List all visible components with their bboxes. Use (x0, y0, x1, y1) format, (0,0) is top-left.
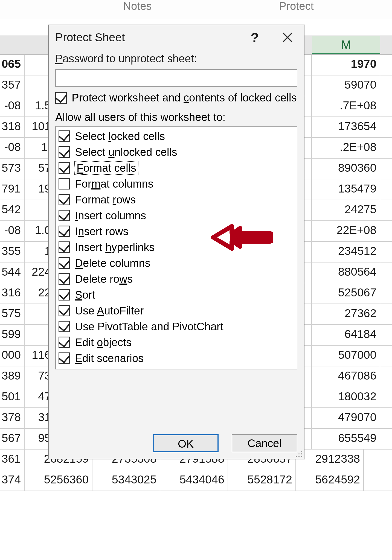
perm-checkbox-delete-rows[interactable] (59, 273, 70, 285)
cell[interactable]: 389 (0, 366, 25, 387)
perm-insert-rows[interactable]: Insert rows (59, 223, 294, 239)
cell[interactable]: 64184 (312, 325, 380, 345)
cell[interactable]: 357 (0, 75, 25, 96)
perm-format-rows[interactable]: Format rows (59, 192, 294, 208)
cell[interactable]: 501 (0, 387, 25, 407)
cell[interactable]: 24275 (312, 200, 380, 220)
cell[interactable]: 467086 (312, 366, 380, 387)
perm-checkbox-select-locked-cells[interactable] (59, 130, 70, 142)
cell[interactable]: 791 (0, 179, 25, 200)
perm-checkbox-insert-columns[interactable] (59, 210, 70, 221)
perm-use-autofilter[interactable]: Use AutoFilter (59, 303, 294, 319)
cell[interactable]: 5434046 (160, 470, 228, 491)
cell[interactable]: 880564 (312, 262, 380, 283)
cell[interactable]: -08 (0, 138, 25, 158)
perm-label: Insert columns (75, 209, 146, 222)
perm-label: Delete columns (75, 257, 150, 269)
cell[interactable]: 567 (0, 429, 25, 449)
perm-label: Insert rows (75, 225, 129, 238)
cell[interactable]: 374 (0, 470, 25, 491)
perm-sort[interactable]: Sort (59, 287, 294, 303)
cell[interactable]: 5624592 (296, 470, 364, 491)
cell[interactable]: 655549 (312, 429, 380, 449)
perm-checkbox-format-rows[interactable] (59, 194, 70, 205)
cell[interactable]: 234512 (312, 242, 380, 262)
perm-delete-rows[interactable]: Delete rows (59, 271, 294, 287)
perm-select-unlocked-cells[interactable]: Select unlocked cells (59, 144, 294, 160)
cell[interactable]: 890360 (312, 159, 380, 179)
resize-grip[interactable] (295, 450, 303, 458)
cell[interactable]: 575 (0, 304, 25, 324)
perm-checkbox-insert-hyperlinks[interactable] (59, 241, 70, 253)
perm-format-cells[interactable]: Format cells (59, 160, 294, 176)
perm-checkbox-sort[interactable] (59, 289, 70, 301)
perm-select-locked-cells[interactable]: Select locked cells (59, 128, 294, 144)
ok-button[interactable]: OK (153, 434, 219, 452)
perm-checkbox-delete-columns[interactable] (59, 257, 70, 269)
cell[interactable]: 544 (0, 262, 25, 283)
cell[interactable]: 5343025 (92, 470, 160, 491)
dialog-buttons: OK Cancel (153, 434, 297, 452)
perm-checkbox-edit-objects[interactable] (59, 337, 70, 348)
perm-checkbox-select-unlocked-cells[interactable] (59, 146, 70, 158)
cell[interactable]: 599 (0, 325, 25, 345)
cell[interactable]: 507000 (312, 346, 380, 366)
cell[interactable]: 065 (0, 55, 25, 75)
cell[interactable]: 479070 (312, 408, 380, 428)
perm-edit-objects[interactable]: Edit objects (59, 334, 294, 350)
perm-checkbox-use-autofilter[interactable] (59, 305, 70, 316)
perm-insert-columns[interactable]: Insert columns (59, 208, 294, 223)
cell[interactable]: 542 (0, 200, 25, 220)
perm-checkbox-format-columns[interactable] (59, 178, 70, 189)
protect-contents-row[interactable]: Protect worksheet and contents of locked… (55, 92, 297, 104)
perm-insert-hyperlinks[interactable]: Insert hyperlinks (59, 239, 294, 255)
help-button[interactable]: ? (241, 25, 268, 50)
cell[interactable]: 000 (0, 346, 25, 366)
cell[interactable]: 22E+08 (312, 221, 380, 241)
cell[interactable]: .7E+08 (312, 96, 380, 116)
cell[interactable]: 135479 (312, 179, 380, 200)
perm-label: Sort (75, 289, 95, 301)
perm-edit-scenarios[interactable]: Edit scenarios (59, 350, 294, 366)
perm-format-columns[interactable]: Format columns (59, 176, 294, 192)
perm-label: Select unlocked cells (75, 146, 177, 158)
cell[interactable]: 361 (0, 450, 25, 470)
perm-checkbox-format-cells[interactable] (59, 162, 70, 174)
cell[interactable]: 378 (0, 408, 25, 428)
cell[interactable]: 59070 (312, 75, 380, 96)
cell[interactable]: 173654 (312, 117, 380, 137)
perm-checkbox-edit-scenarios[interactable] (59, 352, 70, 364)
svg-point-6 (298, 456, 300, 457)
cell[interactable]: 525067 (312, 283, 380, 304)
column-header-m[interactable]: M (312, 36, 380, 54)
cell[interactable]: 1970 (312, 55, 380, 75)
cancel-button[interactable]: Cancel (232, 434, 297, 452)
cell[interactable]: 573 (0, 159, 25, 179)
password-input[interactable] (55, 69, 297, 87)
svg-point-5 (301, 456, 302, 457)
cell[interactable]: 180032 (312, 387, 380, 407)
perm-label: Use AutoFilter (75, 305, 144, 317)
cell[interactable]: 5256360 (25, 470, 92, 491)
perm-delete-columns[interactable]: Delete columns (59, 255, 294, 271)
cell[interactable]: .2E+08 (312, 138, 380, 158)
cell[interactable]: -08 (0, 221, 25, 241)
ribbon-fragment: Notes Protect (0, 0, 392, 19)
cell[interactable]: 27362 (312, 304, 380, 324)
cell[interactable]: 2912338 (296, 450, 364, 470)
perm-label: Edit objects (75, 336, 132, 349)
cell[interactable]: 318 (0, 117, 25, 137)
cell[interactable]: 355 (0, 242, 25, 262)
svg-point-3 (301, 453, 302, 454)
cell[interactable]: 5528172 (228, 470, 296, 491)
password-label: Password to unprotect sheet: (55, 52, 297, 65)
protect-contents-checkbox[interactable] (55, 92, 67, 104)
close-button[interactable] (274, 25, 301, 50)
dialog-title: Protect Sheet (55, 31, 125, 44)
perm-use-pivottable[interactable]: Use PivotTable and PivotChart (59, 319, 294, 334)
perm-checkbox-insert-rows[interactable] (59, 226, 70, 237)
cell[interactable]: 316 (0, 283, 25, 304)
perm-checkbox-use-pivottable[interactable] (59, 321, 70, 332)
protect-contents-label: Protect worksheet and contents of locked… (72, 92, 297, 104)
cell[interactable]: -08 (0, 96, 25, 116)
